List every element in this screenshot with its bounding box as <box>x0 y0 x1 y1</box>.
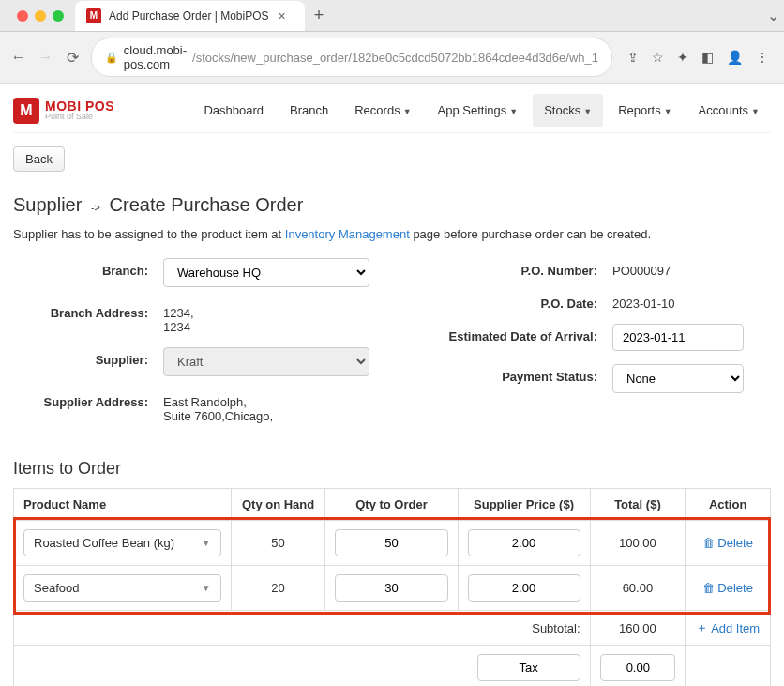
menu-dashboard[interactable]: Dashboard <box>192 94 275 127</box>
po-number-value: PO000097 <box>612 258 771 278</box>
items-table: Product Name Qty on Hand Qty to Order Su… <box>13 488 771 686</box>
menu-records[interactable]: Records▼ <box>343 94 422 127</box>
logo-title: MOBI POS <box>45 99 114 113</box>
subtotal-row: Subtotal: 160.00 ＋Add Item <box>14 611 771 646</box>
browser-tab[interactable]: M Add Purchase Order | MobiPOS × <box>75 1 305 31</box>
logo-subtitle: Point of Sale <box>45 113 114 121</box>
add-item-button[interactable]: ＋Add Item <box>696 619 760 636</box>
supplier-address-label: Supplier Address: <box>13 389 163 409</box>
col-qty-order: Qty to Order <box>325 489 458 521</box>
supplier-address-value: East Randolph,Suite 7600,Chicago, <box>163 389 378 423</box>
breadcrumb-arrow-icon: -> <box>87 202 104 213</box>
subtotal-value: 160.00 <box>590 611 686 646</box>
minimize-window-button[interactable] <box>35 10 46 22</box>
page-title: Supplier -> Create Purchase Order <box>13 194 771 216</box>
row-total-value: 60.00 <box>590 566 686 611</box>
supplier-price-input[interactable] <box>468 574 580 602</box>
po-form: Branch: Warehouse HQ Branch Address: 123… <box>13 258 771 436</box>
branch-address-value: 1234,1234 <box>163 300 378 334</box>
logo-mark: M <box>13 98 39 124</box>
supplier-price-input[interactable] <box>468 529 580 556</box>
subtotal-label: Subtotal: <box>14 611 591 646</box>
chevron-down-icon: ▼ <box>751 107 760 116</box>
table-row: Roasted Coffee Bean (kg)▼ 50 100.00 🗑Del… <box>14 521 771 566</box>
info-banner: Supplier has to be assigned to the produ… <box>13 227 771 241</box>
chevron-down-icon: ▼ <box>664 107 672 116</box>
product-select[interactable]: Seafood▼ <box>23 574 221 602</box>
tax-value-input[interactable] <box>600 654 675 681</box>
menu-app-settings[interactable]: App Settings▼ <box>427 94 530 127</box>
back-nav-button[interactable]: ← <box>9 49 27 66</box>
payment-status-select[interactable]: None <box>612 364 744 393</box>
delete-row-button[interactable]: 🗑Delete <box>702 536 753 550</box>
menu-icon[interactable]: ⋮ <box>756 50 769 65</box>
profile-icon[interactable]: 👤 <box>727 50 743 65</box>
share-icon[interactable]: ⇪ <box>627 50 639 65</box>
po-date-label: P.O. Date: <box>406 291 612 311</box>
branch-select[interactable]: Warehouse HQ <box>163 258 369 287</box>
url-host: cloud.mobi-pos.com <box>124 43 187 71</box>
items-section-title: Items to Order <box>13 459 771 479</box>
supplier-select[interactable]: Kraft <box>163 347 369 376</box>
delete-row-button[interactable]: 🗑Delete <box>702 581 753 595</box>
window-controls <box>6 1 75 31</box>
menu-stocks[interactable]: Stocks▼ <box>533 94 603 127</box>
payment-status-label: Payment Status: <box>406 364 612 384</box>
close-window-button[interactable] <box>17 10 28 22</box>
tab-favicon: M <box>86 8 101 23</box>
browser-chrome: M Add Purchase Order | MobiPOS × + ⌄ ← →… <box>0 0 784 84</box>
tax-label-input[interactable] <box>477 654 580 681</box>
product-select[interactable]: Roasted Coffee Bean (kg)▼ <box>23 529 221 556</box>
po-date-value: 2023-01-10 <box>612 291 771 311</box>
branch-label: Branch: <box>13 258 163 278</box>
chevron-down-icon: ▼ <box>202 538 211 548</box>
logo[interactable]: M MOBI POS Point of Sale <box>13 98 114 124</box>
supplier-label: Supplier: <box>13 347 163 367</box>
chevron-down-icon[interactable]: ⌄ <box>761 7 784 24</box>
chevron-down-icon: ▼ <box>583 107 592 116</box>
back-button[interactable]: Back <box>13 146 65 172</box>
menu-accounts[interactable]: Accounts▼ <box>687 94 771 127</box>
browser-toolbar: ← → ⟳ 🔒 cloud.mobi-pos.com/stocks/new_pu… <box>0 32 784 84</box>
new-tab-button[interactable]: + <box>305 0 334 31</box>
maximize-window-button[interactable] <box>53 10 64 22</box>
col-total: Total ($) <box>590 489 686 521</box>
eta-label: Estimated Date of Arrival: <box>406 324 612 343</box>
plus-icon: ＋ <box>696 619 708 636</box>
eta-input[interactable] <box>612 324 744 351</box>
branch-address-label: Branch Address: <box>13 300 163 320</box>
address-bar[interactable]: 🔒 cloud.mobi-pos.com/stocks/new_purchase… <box>91 38 612 77</box>
col-action: Action <box>686 489 771 521</box>
panel-icon[interactable]: ◧ <box>701 50 714 65</box>
tax-row <box>14 646 771 687</box>
extensions-icon[interactable]: ✦ <box>677 50 688 65</box>
col-product: Product Name <box>14 489 232 521</box>
inventory-management-link[interactable]: Inventory Management <box>285 227 410 241</box>
trash-icon: 🗑 <box>702 536 715 550</box>
forward-nav-button[interactable]: → <box>37 49 54 66</box>
chevron-down-icon: ▼ <box>509 107 518 116</box>
qty-to-order-input[interactable] <box>335 574 447 602</box>
chevron-down-icon: ▼ <box>403 107 412 116</box>
page-heading: Create Purchase Order <box>110 194 304 215</box>
star-icon[interactable]: ☆ <box>652 50 664 65</box>
qty-to-order-input[interactable] <box>335 529 447 556</box>
col-price: Supplier Price ($) <box>458 489 590 521</box>
col-qty-hand: Qty on Hand <box>231 489 325 521</box>
menu-reports[interactable]: Reports▼ <box>607 94 683 127</box>
menu-branch[interactable]: Branch <box>279 94 339 127</box>
url-path: /stocks/new_purchase_order/182be0c5cdcd5… <box>192 51 598 65</box>
tab-bar: M Add Purchase Order | MobiPOS × + ⌄ <box>0 0 784 32</box>
breadcrumb: Supplier <box>13 194 82 215</box>
qty-on-hand-value: 20 <box>231 566 325 611</box>
main-menu: Dashboard Branch Records▼ App Settings▼ … <box>192 94 771 127</box>
reload-button[interactable]: ⟳ <box>64 49 82 67</box>
app-navbar: M MOBI POS Point of Sale Dashboard Branc… <box>13 84 771 133</box>
po-number-label: P.O. Number: <box>406 258 612 278</box>
chevron-down-icon: ▼ <box>202 583 211 593</box>
close-tab-button[interactable]: × <box>277 8 288 23</box>
trash-icon: 🗑 <box>702 581 715 595</box>
qty-on-hand-value: 50 <box>231 521 325 566</box>
tab-title: Add Purchase Order | MobiPOS <box>109 9 269 23</box>
row-total-value: 100.00 <box>590 521 686 566</box>
